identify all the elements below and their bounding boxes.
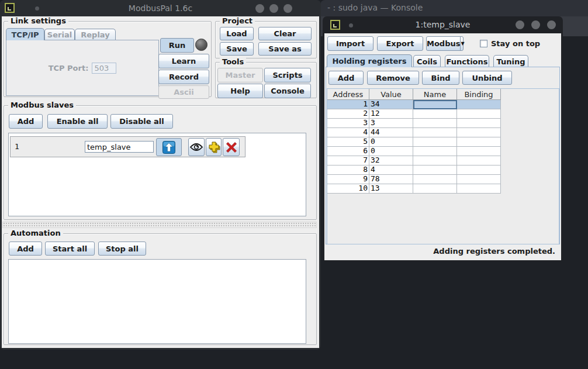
register-binding-cell[interactable]: [457, 165, 501, 175]
register-name-cell[interactable]: [413, 156, 457, 165]
register-name-cell[interactable]: [413, 175, 457, 184]
register-unbind-button[interactable]: Unbind: [462, 71, 512, 85]
register-name-cell[interactable]: [413, 119, 457, 128]
tab-holding-registers[interactable]: Holding registers: [327, 54, 412, 67]
slave-row[interactable]: 1: [10, 136, 245, 157]
tab-tuning[interactable]: Tuning: [493, 55, 528, 67]
tab-tcpip[interactable]: TCP/IP: [6, 28, 44, 40]
modbuspal-titlebar[interactable]: ModbusPal 1.6c: [0, 0, 321, 16]
register-row[interactable]: 60: [327, 147, 559, 156]
register-binding-cell[interactable]: [457, 119, 501, 128]
minimize-button[interactable]: [255, 4, 264, 13]
tab-serial[interactable]: Serial: [44, 29, 75, 40]
slave-add-automation-button[interactable]: [206, 138, 222, 156]
register-binding-cell[interactable]: [457, 147, 501, 156]
register-binding-cell[interactable]: [457, 184, 501, 194]
register-bind-button[interactable]: Bind: [422, 71, 459, 85]
close-button[interactable]: [283, 4, 292, 13]
run-button[interactable]: Run: [160, 38, 194, 53]
split-divider[interactable]: [2, 222, 317, 228]
register-row[interactable]: 444: [327, 128, 559, 137]
minimize-button[interactable]: [516, 20, 524, 29]
register-address-cell[interactable]: 7: [327, 156, 369, 165]
scripts-button[interactable]: Scripts: [264, 68, 311, 82]
register-name-cell[interactable]: [413, 109, 457, 119]
register-name-cell[interactable]: [413, 137, 457, 147]
import-button[interactable]: Import: [327, 36, 373, 51]
load-button[interactable]: Load: [220, 27, 254, 40]
slave-view-button[interactable]: [188, 138, 205, 156]
tab-coils[interactable]: Coils: [413, 55, 441, 67]
register-value-cell[interactable]: 0: [369, 147, 413, 156]
register-name-cell[interactable]: [413, 147, 457, 156]
register-binding-cell[interactable]: [457, 100, 501, 109]
register-row[interactable]: 50: [327, 137, 559, 147]
register-binding-cell[interactable]: [457, 109, 501, 119]
register-address-cell[interactable]: 6: [327, 147, 369, 156]
automation-add-button[interactable]: Add: [9, 242, 42, 256]
enable-all-button[interactable]: Enable all: [47, 114, 108, 129]
register-row[interactable]: 1013: [327, 184, 559, 194]
register-row[interactable]: 33: [327, 119, 559, 128]
stay-on-top-checkbox[interactable]: [480, 40, 487, 47]
close-button[interactable]: [547, 20, 556, 29]
disable-all-button[interactable]: Disable all: [110, 114, 173, 129]
ascii-button[interactable]: Ascii: [158, 85, 209, 99]
column-header-binding[interactable]: Binding: [457, 89, 501, 100]
slave-editor-titlebar[interactable]: 1:temp_slave: [323, 16, 563, 33]
register-name-cell[interactable]: [413, 128, 457, 137]
register-remove-button[interactable]: Remove: [367, 71, 419, 85]
register-row[interactable]: 212: [327, 109, 559, 119]
register-value-cell[interactable]: 3: [369, 119, 413, 128]
register-address-cell[interactable]: 8: [327, 165, 369, 175]
register-value-cell[interactable]: 34: [369, 100, 413, 109]
register-row[interactable]: 84: [327, 165, 559, 175]
export-button[interactable]: Export: [377, 36, 423, 51]
register-address-cell[interactable]: 9: [327, 175, 369, 184]
register-name-cell[interactable]: [413, 184, 457, 194]
slave-enabled-toggle-button[interactable]: [156, 138, 182, 156]
save-as-button[interactable]: Save as: [258, 42, 312, 56]
register-row[interactable]: 978: [327, 175, 559, 184]
start-all-button[interactable]: Start all: [45, 242, 95, 256]
tab-functions[interactable]: Functions: [445, 55, 489, 67]
stop-all-button[interactable]: Stop all: [98, 242, 146, 256]
register-add-button[interactable]: Add: [328, 71, 364, 85]
slave-name-field[interactable]: [85, 141, 154, 153]
register-name-cell[interactable]: [413, 165, 457, 175]
register-address-cell[interactable]: 10: [327, 184, 369, 194]
register-binding-cell[interactable]: [457, 156, 501, 165]
register-address-cell[interactable]: 2: [327, 109, 369, 119]
register-address-cell[interactable]: 1: [327, 100, 369, 109]
register-binding-cell[interactable]: [457, 137, 501, 147]
column-header-address[interactable]: Address: [327, 89, 369, 100]
help-button[interactable]: Help: [217, 84, 263, 98]
slave-add-button[interactable]: Add: [9, 114, 43, 129]
register-row[interactable]: 732: [327, 156, 559, 165]
register-value-cell[interactable]: 13: [369, 184, 413, 194]
register-name-cell[interactable]: [413, 100, 457, 109]
clear-button[interactable]: Clear: [258, 27, 312, 40]
learn-button[interactable]: Learn: [158, 54, 209, 68]
mode-selector-dropdown[interactable]: Modbus ▼: [426, 36, 464, 51]
record-button[interactable]: Record: [158, 70, 209, 84]
maximize-button[interactable]: [531, 20, 540, 29]
column-header-value[interactable]: Value: [369, 89, 413, 100]
register-value-cell[interactable]: 78: [369, 175, 413, 184]
register-address-cell[interactable]: 5: [327, 137, 369, 147]
column-header-name[interactable]: Name: [413, 89, 457, 100]
maximize-button[interactable]: [269, 4, 278, 13]
register-binding-cell[interactable]: [457, 175, 501, 184]
console-button[interactable]: Console: [264, 84, 311, 98]
register-value-cell[interactable]: 12: [369, 109, 413, 119]
register-binding-cell[interactable]: [457, 128, 501, 137]
master-button[interactable]: Master: [217, 68, 263, 82]
save-button[interactable]: Save: [220, 42, 254, 56]
slave-delete-button[interactable]: [223, 138, 240, 156]
register-address-cell[interactable]: 4: [327, 128, 369, 137]
register-value-cell[interactable]: 44: [369, 128, 413, 137]
register-value-cell[interactable]: 32: [369, 156, 413, 165]
register-row[interactable]: 134: [327, 100, 559, 109]
register-value-cell[interactable]: 0: [369, 137, 413, 147]
tab-replay[interactable]: Replay: [75, 29, 116, 40]
